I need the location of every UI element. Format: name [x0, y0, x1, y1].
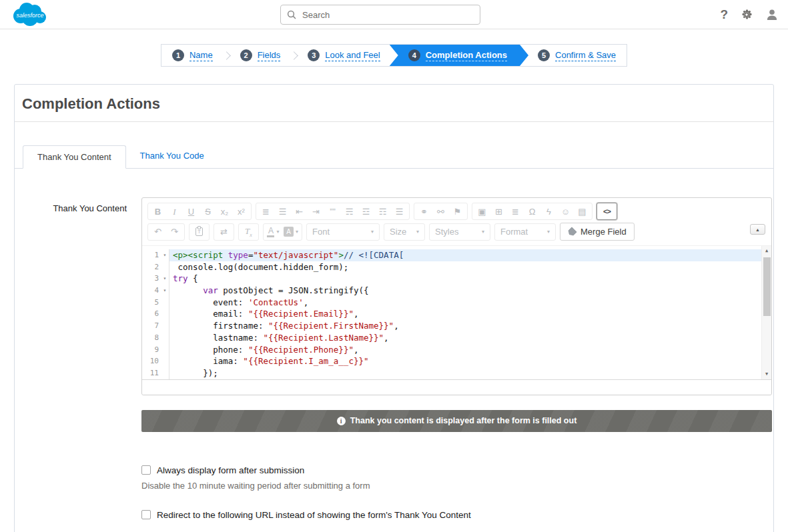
- increase-indent-icon: ⇥: [312, 207, 320, 216]
- styles-dropdown[interactable]: Styles▾: [429, 223, 490, 241]
- chevron-separator-icon: [290, 51, 298, 60]
- link-button[interactable]: ⚭: [416, 204, 432, 219]
- undo-button[interactable]: ↶: [149, 225, 166, 239]
- superscript-icon: x²: [238, 207, 245, 216]
- template-button[interactable]: ▤: [574, 204, 590, 219]
- unlink-button[interactable]: ⚯: [432, 204, 449, 219]
- bulleted-list-button[interactable]: ☰: [274, 204, 291, 219]
- toolbar-group: ▣⊞≣Ωϟ☺▤: [472, 203, 593, 220]
- line-number: 9: [142, 344, 161, 356]
- fold-arrow-icon: ▾: [161, 285, 169, 297]
- superscript-button[interactable]: x²: [233, 204, 250, 219]
- tab-thank-you-content[interactable]: Thank You Content: [23, 145, 126, 169]
- page-title: Completion Actions: [15, 85, 773, 121]
- search-input[interactable]: [280, 5, 480, 25]
- align-right-button[interactable]: ☶: [374, 204, 391, 219]
- bulleted-list-icon: ☰: [279, 207, 287, 216]
- wizard-step-name[interactable]: 1Name: [163, 45, 222, 66]
- remove-format-button[interactable]: Tx: [240, 225, 257, 239]
- subscript-button[interactable]: x₂: [216, 204, 233, 219]
- tab-thank-you-code[interactable]: Thank You Code: [126, 145, 218, 168]
- justify-button[interactable]: ☰: [391, 204, 408, 219]
- background-color-button[interactable]: A▾: [282, 225, 300, 239]
- code-editor[interactable]: 1▾<p><script type="text/javascript">// <…: [142, 246, 771, 379]
- collapse-toolbar-button[interactable]: ▲: [750, 224, 765, 235]
- step-label: Confirm & Save: [555, 50, 616, 61]
- scroll-up-icon[interactable]: ▲: [762, 247, 771, 255]
- wizard-step-fields[interactable]: 2Fields: [231, 45, 290, 66]
- chevron-down-icon: ▾: [296, 229, 298, 235]
- main-card: Completion Actions Thank You Content Tha…: [14, 84, 774, 532]
- toolbar-row: ↶↷⇄TxA▾A▾Font▾Size▾Styles▾Format▾Merge F…: [145, 221, 743, 242]
- wizard: 1Name2Fields3Look and Feel4Completion Ac…: [161, 44, 627, 67]
- align-left-icon: ☴: [346, 207, 354, 216]
- line-number: 3: [142, 273, 161, 285]
- step-number-badge: 2: [240, 49, 252, 61]
- blockquote-button[interactable]: ””: [324, 204, 341, 219]
- wizard-step-look-and-feel[interactable]: 3Look and Feel: [298, 45, 389, 66]
- top-bar-icons: ?: [720, 0, 779, 29]
- decrease-indent-button[interactable]: ⇤: [291, 204, 308, 219]
- template-icon: ▤: [578, 207, 586, 216]
- scrollbar-thumb[interactable]: [763, 257, 771, 316]
- format-dropdown[interactable]: Format▾: [494, 223, 556, 241]
- align-right-icon: ☶: [379, 207, 387, 216]
- fold-arrow-icon: ▾: [161, 249, 169, 261]
- align-center-button[interactable]: ☲: [358, 204, 374, 219]
- line-number: 4: [142, 285, 161, 297]
- code-text: lastname: "{{Recipient.LastName}}",: [169, 332, 761, 344]
- user-avatar-icon[interactable]: [765, 8, 779, 21]
- code-line[interactable]: 10 iama: "{{Recipient.I_am_a__c}}": [142, 355, 761, 367]
- checkbox[interactable]: [141, 510, 151, 519]
- code-line[interactable]: 6 email: "{{Recipient.Email}}",: [142, 308, 761, 320]
- merge-field-button[interactable]: Merge Field: [560, 223, 635, 241]
- code-line[interactable]: 11 });: [142, 367, 761, 379]
- table-button[interactable]: ⊞: [490, 204, 507, 219]
- redo-button[interactable]: ↷: [166, 225, 183, 239]
- align-left-button[interactable]: ☴: [341, 204, 358, 219]
- wizard-step-confirm-save[interactable]: 5Confirm & Save: [528, 45, 625, 66]
- undo-icon: ↶: [154, 227, 161, 236]
- source-button[interactable]: <>: [599, 204, 615, 219]
- scroll-down-icon[interactable]: ▼: [762, 370, 771, 379]
- increase-indent-button[interactable]: ⇥: [308, 204, 324, 219]
- search-box: [280, 5, 480, 25]
- step-number-badge: 4: [408, 49, 420, 61]
- text-color-button[interactable]: A▾: [265, 225, 282, 239]
- paste-from-word-button[interactable]: [191, 225, 208, 239]
- code-line[interactable]: 3▾try {: [142, 273, 761, 285]
- line-number: 11: [142, 367, 161, 379]
- anchor-flag-button[interactable]: ⚑: [449, 204, 466, 219]
- salesforce-logo[interactable]: salesforce: [12, 1, 49, 28]
- strikethrough-button[interactable]: S: [200, 204, 216, 219]
- code-line[interactable]: 5 event: 'ContactUs',: [142, 297, 761, 309]
- wizard-step-completion-actions[interactable]: 4Completion Actions: [390, 45, 528, 66]
- horizontal-rule-button[interactable]: ≣: [507, 204, 524, 219]
- checkbox[interactable]: [141, 465, 151, 475]
- code-line[interactable]: 1▾<p><script type="text/javascript">// <…: [142, 249, 761, 261]
- select-options-button[interactable]: ⇄: [216, 225, 232, 239]
- gear-icon[interactable]: [740, 8, 753, 21]
- editor-scrollbar[interactable]: ▲ ▼: [761, 246, 771, 379]
- code-line[interactable]: 8 lastname: "{{Recipient.LastName}}",: [142, 332, 761, 344]
- size-dropdown[interactable]: Size▾: [384, 223, 425, 241]
- flash-button[interactable]: ϟ: [540, 204, 557, 219]
- tab-bar: Thank You Content Thank You Code: [15, 145, 773, 169]
- smiley-button[interactable]: ☺: [557, 204, 574, 219]
- help-icon[interactable]: ?: [720, 7, 728, 22]
- code-line[interactable]: 2 console.log(document.hidden_form);: [142, 261, 761, 273]
- fold-gutter: [161, 308, 169, 320]
- top-bar: salesforce ?: [0, 0, 788, 29]
- font-dropdown[interactable]: Font▾: [306, 223, 380, 241]
- numbered-list-button[interactable]: ≣: [258, 204, 274, 219]
- bold-button[interactable]: B: [149, 204, 166, 219]
- table-icon: ⊞: [495, 207, 502, 216]
- code-line[interactable]: 7 firstname: "{{Recipient.FirstName}}",: [142, 320, 761, 332]
- italic-button[interactable]: I: [166, 204, 183, 219]
- code-text: console.log(document.hidden_form);: [169, 261, 761, 273]
- underline-button[interactable]: U: [183, 204, 200, 219]
- code-line[interactable]: 9 phone: "{{Recipient.Phone}}",: [142, 344, 761, 356]
- code-line[interactable]: 4▾ var postObject = JSON.stringify({: [142, 285, 761, 297]
- image-button[interactable]: ▣: [474, 204, 490, 219]
- special-character-button[interactable]: Ω: [524, 204, 540, 219]
